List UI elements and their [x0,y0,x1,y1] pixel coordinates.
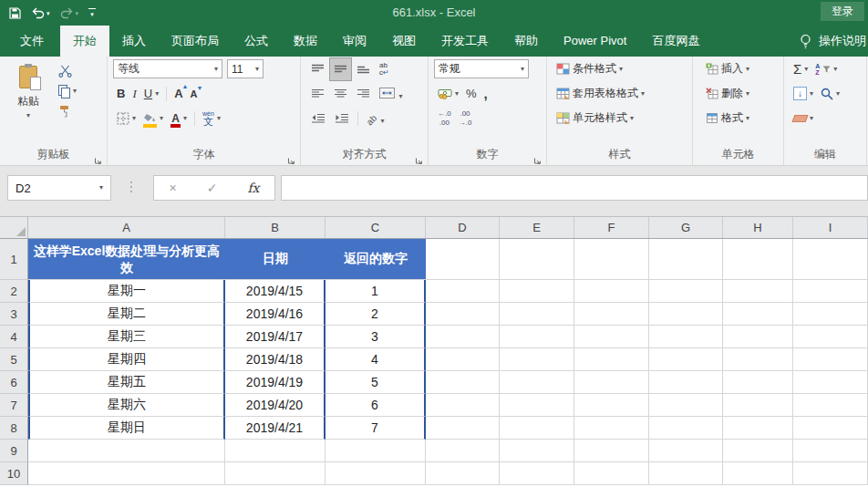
row-header-3[interactable]: 3 [0,303,28,326]
customize-qat-button[interactable]: ▾ [88,8,96,17]
tab-开始[interactable]: 开始 [60,26,109,57]
tab-审阅[interactable]: 审阅 [330,26,379,57]
tab-公式[interactable]: 公式 [232,26,281,57]
cell-I5[interactable] [793,348,868,371]
cell-B9[interactable] [225,440,326,462]
cell-H4[interactable] [723,326,793,348]
find-select-button[interactable]: ▾ [817,86,843,102]
cell-G2[interactable] [649,280,723,303]
format-as-table-button[interactable]: 套用表格格式▾ [553,84,648,103]
row-header-7[interactable]: 7 [0,394,28,417]
save-button[interactable] [9,7,21,19]
cell-C10[interactable] [326,462,426,485]
align-right-button[interactable] [352,82,375,106]
cell-G8[interactable] [649,417,723,440]
column-header-E[interactable]: E [500,217,574,238]
italic-button[interactable]: I [129,85,140,103]
cell-B6[interactable]: 2019/4/19 [225,371,326,394]
cell-C7[interactable]: 6 [326,394,426,417]
cell-F2[interactable] [574,280,649,303]
cell-H3[interactable] [723,303,793,326]
borders-button[interactable]: ▾ [113,110,140,127]
cell-H5[interactable] [723,348,793,371]
cell-C8[interactable]: 7 [326,417,426,440]
cell-F6[interactable] [574,371,649,394]
font-name-select[interactable]: 等线▾ [113,59,222,78]
row-header-10[interactable]: 10 [0,462,28,485]
tab-file[interactable]: 文件 [4,26,60,57]
cell-H1[interactable] [723,239,793,280]
tab-数据[interactable]: 数据 [281,26,330,57]
paste-button[interactable]: 粘贴 ▾ [7,63,49,132]
align-left-button[interactable] [306,82,329,106]
cell-D9[interactable] [426,440,500,462]
cell-B10[interactable] [225,462,326,485]
cell-C3[interactable]: 2 [326,303,426,326]
cell-E3[interactable] [500,303,574,326]
cell-E10[interactable] [500,462,574,485]
cell-E7[interactable] [500,394,574,417]
cell-C4[interactable]: 3 [326,326,426,348]
delete-cells-button[interactable]: 删除▾ [702,84,753,103]
cell-B4[interactable]: 2019/4/17 [225,326,326,348]
increase-indent-button[interactable] [330,107,354,130]
cell-E1[interactable] [500,239,574,280]
row-header-2[interactable]: 2 [0,280,28,303]
tab-百度网盘[interactable]: 百度网盘 [639,26,712,57]
align-center-button[interactable] [329,82,352,106]
column-header-F[interactable]: F [574,217,649,238]
row-header-1[interactable]: 1 [0,239,28,280]
cell-H10[interactable] [723,462,793,485]
enter-button[interactable]: ✓ [207,181,218,195]
cell-E5[interactable] [500,348,574,371]
font-dialog-launcher[interactable] [287,152,296,161]
sign-in-button[interactable]: 登录 [821,2,864,21]
decrease-decimal-button[interactable]: .00→.0 [455,108,476,128]
cell-D8[interactable] [426,417,500,440]
paste-dropdown-caret[interactable]: ▾ [26,112,30,119]
cell-I2[interactable] [793,280,868,303]
cell-D4[interactable] [426,326,500,348]
column-header-A[interactable]: A [28,217,225,238]
tab-页面布局[interactable]: 页面布局 [159,26,232,57]
cell-D3[interactable] [426,303,500,326]
autosum-button[interactable]: Σ▾ [790,60,811,78]
cell-G10[interactable] [649,462,723,485]
cell-B5[interactable]: 2019/4/18 [225,348,326,371]
cell-G6[interactable] [649,371,723,394]
cell-A4[interactable]: 星期三 [28,326,225,348]
cell-H7[interactable] [723,394,793,417]
cell-C9[interactable] [326,440,426,462]
tab-开发工具[interactable]: 开发工具 [429,26,501,57]
cell-B3[interactable]: 2019/4/16 [225,303,326,326]
cell-C5[interactable]: 4 [326,348,426,371]
cell-F5[interactable] [574,348,649,371]
cell-I6[interactable] [793,371,868,394]
accounting-format-button[interactable]: ▾ [434,87,462,101]
cell-D1[interactable] [426,239,500,280]
row-header-9[interactable]: 9 [0,440,28,462]
increase-font-button[interactable]: A▲ [170,85,186,102]
insert-cells-button[interactable]: 插入▾ [702,59,753,78]
cell-D7[interactable] [426,394,500,417]
cell-I1[interactable] [793,239,868,280]
cell-C2[interactable]: 1 [326,280,426,303]
cell-G5[interactable] [649,348,723,371]
name-box-caret[interactable]: ▾ [99,184,103,192]
cell-A10[interactable] [28,462,225,485]
cell-G1[interactable] [649,239,723,280]
merge-center-button[interactable]: ▾ [375,82,407,106]
format-painter-button[interactable] [55,103,80,119]
redo-button[interactable]: ▾ [60,7,79,19]
cell-D2[interactable] [426,280,500,303]
cell-B2[interactable]: 2019/4/15 [225,280,326,303]
cell-E8[interactable] [500,417,574,440]
cell-D5[interactable] [426,348,500,371]
sort-filter-button[interactable]: AZ ▾ [811,61,841,78]
tab-视图[interactable]: 视图 [379,26,429,57]
cell-D6[interactable] [426,371,500,394]
cell-A1[interactable]: 这样学Excel数据处理与分析更高效 [28,239,225,280]
column-header-I[interactable]: I [793,217,868,238]
cell-G7[interactable] [649,394,723,417]
cell-A7[interactable]: 星期六 [28,394,225,417]
